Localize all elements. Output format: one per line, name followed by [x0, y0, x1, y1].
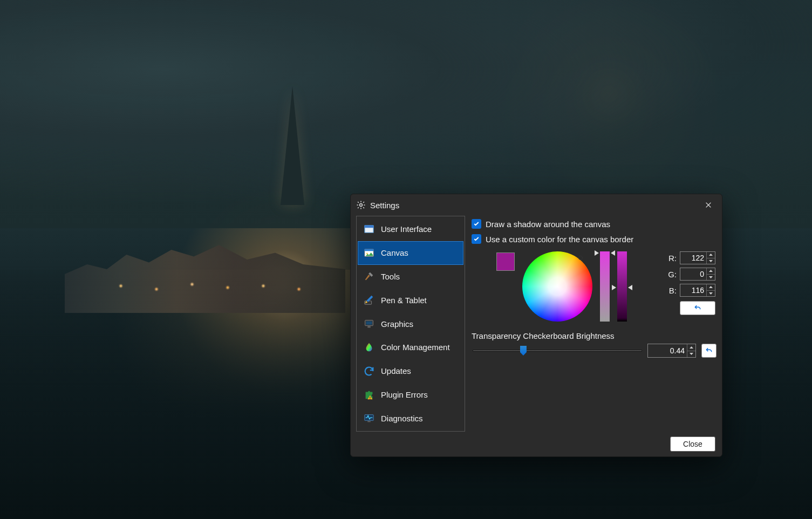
pen-icon: [363, 293, 376, 306]
window-icon: [363, 223, 376, 236]
svg-point-0: [360, 204, 363, 207]
r-spin-down[interactable]: [707, 258, 715, 264]
shadow-checkbox-label: Draw a shadow around the canvas: [486, 220, 610, 229]
sidebar-item-tools[interactable]: Tools: [358, 265, 463, 289]
g-spin-up[interactable]: [707, 268, 715, 275]
b-spin-up[interactable]: [707, 284, 715, 291]
color-swatch[interactable]: [496, 252, 515, 271]
r-spin-up[interactable]: [707, 252, 715, 258]
dialog-title: Settings: [370, 201, 399, 210]
sidebar-item-label: User Interface: [381, 224, 432, 234]
sidebar-item-canvas[interactable]: Canvas: [358, 241, 463, 265]
sidebar-item-label: Plugin Errors: [381, 390, 428, 399]
sidebar-item-label: Tools: [381, 272, 400, 281]
color-drop-icon: [363, 341, 376, 354]
sidebar-item-label: Pen & Tablet: [381, 296, 427, 305]
brightness-spin-up[interactable]: [687, 344, 695, 351]
gear-icon: [356, 200, 366, 210]
b-input[interactable]: [680, 284, 715, 297]
background-decoration: [281, 86, 304, 205]
shadow-checkbox[interactable]: [472, 219, 481, 229]
border-color-checkbox[interactable]: [472, 234, 481, 244]
sidebar-item-color-management[interactable]: Color Management: [358, 336, 463, 359]
g-input[interactable]: [680, 268, 715, 281]
settings-dialog: Settings User Interface Canvas: [350, 194, 722, 457]
close-button[interactable]: Close: [670, 436, 715, 452]
puzzle-warning-icon: [363, 388, 376, 401]
color-wheel[interactable]: [522, 251, 592, 322]
brightness-spin-down[interactable]: [687, 351, 695, 358]
color-wheel-marker: [578, 256, 583, 260]
sidebar-item-label: Updates: [381, 366, 411, 375]
sidebar-item-diagnostics[interactable]: Diagnostics: [358, 406, 463, 430]
background-decoration: [97, 270, 335, 302]
brightness-input[interactable]: [647, 344, 696, 358]
image-icon: [363, 247, 376, 260]
monitor-icon: [363, 317, 376, 330]
svg-rect-4: [365, 249, 374, 251]
svg-rect-11: [370, 399, 370, 399]
sidebar-item-label: Graphics: [381, 319, 413, 329]
r-label: R:: [666, 254, 677, 263]
g-spin-down[interactable]: [707, 275, 715, 281]
titlebar-close-button[interactable]: [699, 197, 718, 213]
r-input[interactable]: [680, 251, 715, 264]
sidebar-item-pen-tablet[interactable]: Pen & Tablet: [358, 288, 463, 312]
hammer-icon: [363, 270, 376, 283]
color-reset-button[interactable]: [680, 301, 715, 315]
sidebar-item-label: Color Management: [381, 343, 450, 352]
b-label: B:: [666, 286, 677, 295]
saturation-slider[interactable]: [600, 251, 610, 322]
b-spin-down[interactable]: [707, 291, 715, 297]
value-slider[interactable]: [617, 251, 627, 322]
settings-content-canvas: Draw a shadow around the canvas Use a cu…: [472, 216, 717, 432]
sidebar-item-user-interface[interactable]: User Interface: [358, 217, 463, 241]
sidebar-item-label: Diagnostics: [381, 414, 423, 423]
sidebar-item-plugin-errors[interactable]: Plugin Errors: [358, 383, 463, 406]
diagnostics-icon: [363, 412, 376, 425]
svg-rect-13: [367, 421, 371, 422]
sidebar-item-graphics[interactable]: Graphics: [358, 312, 463, 336]
brightness-reset-button[interactable]: [701, 344, 717, 358]
svg-rect-9: [367, 326, 371, 328]
svg-rect-10: [370, 397, 370, 398]
g-label: G:: [666, 270, 677, 279]
svg-rect-8: [366, 321, 372, 324]
svg-rect-2: [365, 226, 374, 228]
sidebar-item-updates[interactable]: Updates: [358, 359, 463, 383]
border-color-checkbox-label: Use a custom color for the canvas border: [486, 235, 633, 244]
brightness-label: Transparency Checkerboard Brightness: [472, 331, 717, 340]
titlebar[interactable]: Settings: [351, 194, 722, 216]
refresh-icon: [363, 365, 376, 378]
sidebar-item-label: Canvas: [381, 248, 408, 257]
brightness-slider[interactable]: [473, 345, 642, 356]
settings-sidebar: User Interface Canvas Tools Pen & Tablet: [356, 216, 465, 432]
